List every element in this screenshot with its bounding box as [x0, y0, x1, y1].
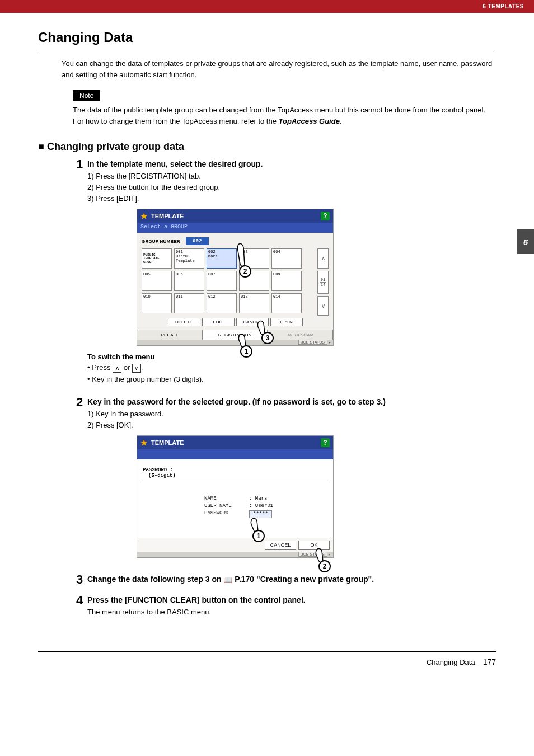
name-value: : Mars	[249, 496, 267, 501]
user-name-label: USER NAME	[204, 503, 249, 509]
fig1-title: TEMPLATE	[151, 213, 184, 219]
switch-menu-bullet-1: • Press ∧ or ∨.	[87, 362, 496, 373]
note-text-2: .	[340, 117, 342, 125]
section-heading-text: Changing private group data	[47, 141, 184, 152]
group-cell-014[interactable]: 014	[271, 293, 302, 313]
public-template-group-cell[interactable]: PUBLIC TEMPLATE GROUP	[142, 248, 172, 269]
title-rule	[38, 50, 496, 50]
tab-meta-scan[interactable]: META SCAN	[268, 330, 333, 340]
footer-title: Changing Data	[427, 658, 475, 666]
fig1-subtitle: Select a GROUP	[137, 223, 333, 233]
figure-template-password: ★ TEMPLATE ? PASSWORD : (5-digit) NAME: …	[137, 435, 334, 558]
divider	[143, 482, 327, 482]
group-cell-006[interactable]: 006	[174, 271, 204, 291]
section-heading: ■ Changing private group data	[38, 141, 496, 153]
step-number-1: 1	[72, 158, 87, 171]
step-1-title: In the template menu, select the desired…	[87, 159, 496, 168]
password-prompt-2: (5-digit)	[148, 473, 327, 478]
ok-button[interactable]: OK	[298, 541, 330, 550]
step-number-3: 3	[72, 574, 87, 586]
step-1-sub-1: 1) Press the [REGISTRATION] tab.	[87, 171, 496, 182]
step-2-sub-2: 2) Press [OK].	[87, 420, 496, 431]
section-marker: ■	[38, 141, 44, 152]
group-cell-012[interactable]: 012	[207, 293, 237, 313]
step-number-4: 4	[72, 594, 87, 607]
page-indicator: 01 14	[317, 271, 329, 294]
note-text: The data of the public template group ca…	[73, 105, 496, 126]
password-prompt-1: PASSWORD :	[143, 467, 327, 473]
intro-text: You can change the data of templates or …	[62, 58, 496, 80]
job-status-button[interactable]: JOB STATUS	[298, 340, 327, 345]
step-4-after: The menu returns to the BASIC menu.	[87, 607, 496, 618]
page-number: 177	[483, 658, 496, 666]
edit-button[interactable]: EDIT	[202, 318, 235, 326]
down-key-icon: ∨	[132, 364, 141, 373]
scroll-down-button[interactable]: ∨	[317, 296, 329, 316]
group-cell-005[interactable]: 005	[142, 271, 172, 291]
star-icon: ★	[140, 439, 148, 447]
step-number-2: 2	[72, 396, 87, 408]
step-4-title: Press the [FUNCTION CLEAR] button on the…	[87, 595, 496, 604]
job-status-bar: JOB STATUS ▸	[137, 340, 333, 345]
figure-template-group: ★ TEMPLATE ? Select a GROUP GROUP NUMBER…	[137, 209, 334, 346]
group-cell-002[interactable]: 002Mars	[207, 248, 237, 269]
group-cell-011[interactable]: 011	[174, 293, 204, 313]
fig2-title: TEMPLATE	[151, 439, 184, 446]
name-label: NAME	[204, 496, 249, 501]
scroll-up-button[interactable]: ∧	[317, 248, 329, 268]
tab-registration[interactable]: REGISTRATION	[203, 330, 268, 340]
step-1-sub-3: 3) Press [EDIT].	[87, 193, 496, 204]
note-tag: Note	[73, 90, 100, 101]
topaccess-guide-ref: TopAccess Guide	[279, 117, 340, 125]
cancel-button[interactable]: CANCEL	[265, 541, 296, 550]
group-number-field[interactable]: 002	[186, 237, 209, 245]
chapter-tab: 6	[517, 229, 534, 254]
step-1-sub-2: 2) Press the button for the desired grou…	[87, 182, 496, 193]
book-icon: 📖	[223, 576, 232, 584]
password-label: PASSWORD	[204, 510, 249, 518]
step-2-title: Key in the password for the selected gro…	[87, 397, 496, 406]
step-3-title: Change the data following step 3 on 📖 P.…	[87, 575, 496, 584]
tab-recall[interactable]: RECALL	[137, 330, 203, 340]
fig2-titlebar: ★ TEMPLATE ?	[137, 436, 333, 449]
group-number-label: GROUP NUMBER	[142, 239, 180, 244]
group-cell-001[interactable]: 001Useful Template	[174, 248, 204, 269]
fig2-subbar	[137, 449, 333, 459]
open-button[interactable]: OPEN	[270, 318, 303, 326]
chapter-header: 6 TEMPLATES	[0, 0, 534, 13]
group-cell-009[interactable]: 009	[271, 271, 302, 291]
step-2-sub-1: 1) Key in the password.	[87, 408, 496, 420]
delete-button[interactable]: DELETE	[168, 318, 200, 326]
switch-menu-heading: To switch the menu	[87, 353, 496, 361]
fig1-titlebar: ★ TEMPLATE ?	[137, 209, 333, 223]
help-icon[interactable]: ?	[321, 212, 330, 220]
job-status-button[interactable]: JOB STATUS	[298, 552, 327, 557]
page-title: Changing Data	[38, 30, 496, 45]
up-key-icon: ∧	[113, 364, 121, 373]
group-cell-013[interactable]: 013	[239, 293, 269, 313]
star-icon: ★	[140, 212, 148, 220]
help-icon[interactable]: ?	[321, 438, 330, 447]
callout-2: 2	[318, 560, 331, 572]
group-cell-007[interactable]: 007	[207, 271, 237, 291]
group-cell-010[interactable]: 010	[142, 293, 172, 313]
user-name-value: : User01	[249, 503, 273, 509]
group-cell-004[interactable]: 004	[271, 248, 302, 269]
switch-menu-bullet-2: • Key in the group number (3 digits).	[87, 374, 496, 385]
callout-1: 1	[252, 530, 265, 542]
job-status-bar: JOB STATUS ▸	[137, 552, 333, 557]
password-field[interactable]: *****	[249, 510, 272, 518]
cancel-button[interactable]: CANCEL	[236, 318, 269, 326]
